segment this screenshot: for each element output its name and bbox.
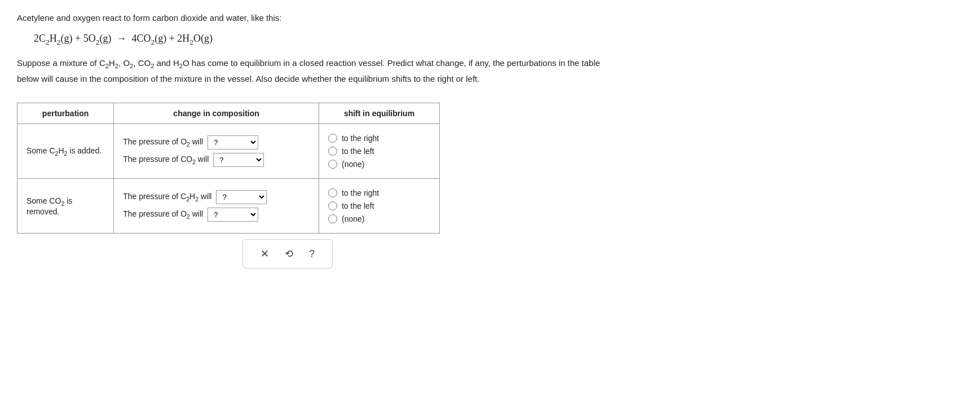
- help-button[interactable]: ?: [307, 246, 317, 262]
- radio-label-right-2[interactable]: to the right: [342, 188, 379, 197]
- radio-row: (none): [328, 214, 430, 223]
- radio-row: (none): [328, 160, 430, 169]
- composition-label-2b: The pressure of O2 will: [123, 209, 203, 220]
- composition-row: The pressure of C2H2 will ? increase dec…: [123, 190, 310, 204]
- composition-select-2b[interactable]: ? increase decrease stay the same: [208, 208, 258, 222]
- radio-label-left-2[interactable]: to the left: [342, 201, 374, 210]
- radio-right-1[interactable]: [328, 134, 337, 143]
- radio-right-2[interactable]: [328, 188, 337, 197]
- radio-row: to the right: [328, 134, 430, 143]
- composition-row: The pressure of O2 will ? increase decre…: [123, 208, 310, 222]
- perturbation-2: Some CO2 is removed.: [17, 179, 114, 234]
- composition-select-2a[interactable]: ? increase decrease stay the same: [216, 190, 267, 204]
- intro-line1: Acetylene and oxygen react to form carbo…: [17, 11, 603, 25]
- action-button-bar: ✕ ⟲ ?: [242, 239, 333, 269]
- composition-1: The pressure of O2 will ? increase decre…: [114, 124, 319, 179]
- radio-left-2[interactable]: [328, 201, 337, 210]
- description-text: Suppose a mixture of C2H2, O2, CO2 and H…: [17, 56, 603, 86]
- radio-label-left-1[interactable]: to the left: [342, 147, 374, 156]
- radio-none-2[interactable]: [328, 214, 337, 223]
- radio-row: to the left: [328, 201, 430, 210]
- table-row: Some C2H2 is added. The pressure of O2 w…: [17, 124, 440, 179]
- radio-row: to the left: [328, 147, 430, 156]
- composition-select-1b[interactable]: ? increase decrease stay the same: [213, 153, 264, 167]
- header-perturbation: perturbation: [17, 103, 114, 124]
- composition-label-1b: The pressure of CO2 will: [123, 155, 209, 165]
- composition-select-1a[interactable]: ? increase decrease stay the same: [208, 135, 258, 149]
- radio-none-1[interactable]: [328, 160, 337, 169]
- header-composition: change in composition: [114, 103, 319, 124]
- table-row: Some CO2 is removed. The pressure of C2H…: [17, 179, 440, 234]
- equation-display: 2C2H2(g) + 5O2(g) → 4CO2(g) + 2H2O(g): [34, 33, 603, 47]
- equilibrium-1: to the right to the left (none): [319, 124, 439, 179]
- perturbation-1: Some C2H2 is added.: [17, 124, 114, 179]
- header-equilibrium: shift in equilibrium: [319, 103, 439, 124]
- composition-label-1a: The pressure of O2 will: [123, 137, 203, 148]
- radio-row: to the right: [328, 188, 430, 197]
- composition-row: The pressure of O2 will ? increase decre…: [123, 135, 310, 149]
- radio-label-none-1[interactable]: (none): [342, 160, 364, 169]
- undo-button[interactable]: ⟲: [282, 245, 295, 262]
- radio-label-right-1[interactable]: to the right: [342, 134, 379, 143]
- equilibrium-2: to the right to the left (none): [319, 179, 439, 234]
- composition-label-2a: The pressure of C2H2 will: [123, 192, 211, 203]
- clear-button[interactable]: ✕: [258, 245, 271, 262]
- composition-row: The pressure of CO2 will ? increase decr…: [123, 153, 310, 167]
- radio-left-1[interactable]: [328, 147, 337, 156]
- composition-2: The pressure of C2H2 will ? increase dec…: [114, 179, 319, 234]
- radio-label-none-2[interactable]: (none): [342, 214, 364, 223]
- equilibrium-table: perturbation change in composition shift…: [17, 103, 440, 234]
